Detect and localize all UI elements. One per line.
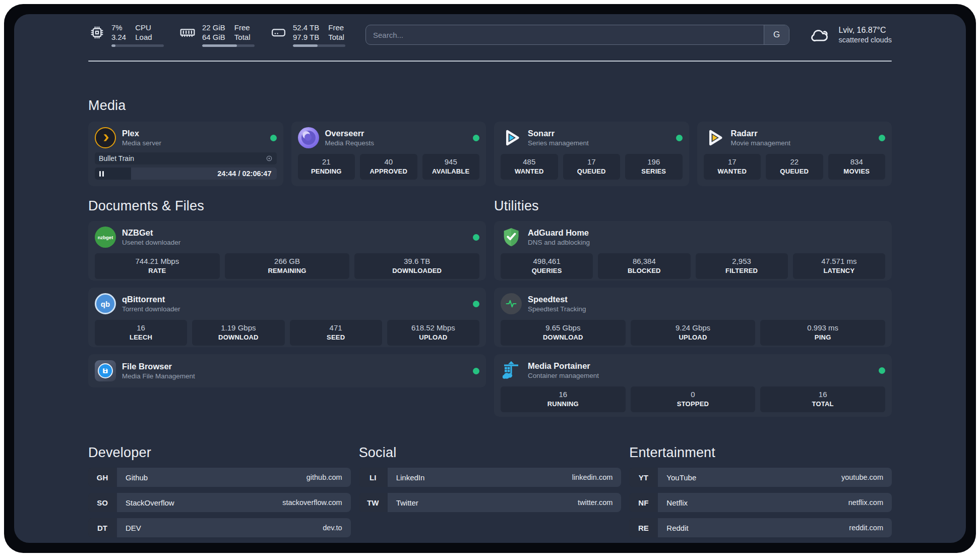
app-card-radarr[interactable]: Radarr Movie management 17 WANTED 22 QUE… <box>697 122 892 186</box>
cpu-icon <box>88 24 105 41</box>
status-dot <box>473 135 479 141</box>
stat-tile: 86,384 BLOCKED <box>598 253 690 279</box>
bookmark-netflix[interactable]: NF Netflix netflix.com <box>629 493 892 512</box>
bookmark-url: linkedin.com <box>572 473 613 481</box>
window-frame: 7% 3.24 CPU Load <box>4 4 976 553</box>
bookmark-name: LinkedIn <box>396 473 425 482</box>
bookmark-name: DEV <box>126 524 141 532</box>
plex-icon <box>95 127 116 148</box>
status-dot <box>879 135 885 141</box>
session-options-icon[interactable] <box>265 154 274 163</box>
bookmark-youtube[interactable]: YT YouTube youtube.com <box>629 468 892 487</box>
section-title-media: Media <box>88 98 892 114</box>
status-dot <box>270 135 277 141</box>
stat-tile: 618.52 Mbps UPLOAD <box>387 320 479 346</box>
bookmark-url: github.com <box>307 473 342 481</box>
weather-condition: scattered clouds <box>838 35 892 45</box>
bookmark-dev[interactable]: DT DEV dev.to <box>88 518 351 537</box>
app-card-portainer[interactable]: Media Portainer Container management 16 … <box>494 354 892 417</box>
dashboard: 7% 3.24 CPU Load <box>14 14 966 543</box>
ram-stat: 22 GiB 64 GiB Free Total <box>179 23 255 47</box>
stat-tile: 16 RUNNING <box>501 386 626 412</box>
app-card-plex[interactable]: Plex Media server Bullet Train 24:44 / 0… <box>88 122 283 186</box>
portainer-icon <box>501 360 522 381</box>
utilities-column: Utilities AdGuard Home <box>494 198 892 417</box>
stat-tile: 21 PENDING <box>298 154 355 180</box>
section-title-utilities: Utilities <box>494 198 892 214</box>
app-title: Speedtest <box>528 294 586 305</box>
disk-values: 52.4 TB 97.9 TB <box>293 23 319 42</box>
bookmark-name: StackOverflow <box>126 498 174 507</box>
stat-tile: 47.571 ms LATENCY <box>793 253 885 279</box>
bookmark-url: netflix.com <box>848 498 883 507</box>
bookmark-abbr: DT <box>88 518 116 537</box>
app-card-sonarr[interactable]: Sonarr Series management 485 WANTED 17 Q… <box>494 122 689 186</box>
overseerr-icon <box>298 127 319 148</box>
app-card-qbittorrent[interactable]: qb qBittorrent Torrent downloader 16 LEE… <box>88 288 486 347</box>
cpu-progressbar <box>111 44 164 47</box>
documents-column: Documents & Files nzbget NZBGet Usenet d… <box>88 198 486 387</box>
stat-tile: 16 TOTAL <box>760 386 885 412</box>
stat-tile: 2,953 FILTERED <box>696 253 788 279</box>
stat-tile: 498,461 QUERIES <box>501 253 593 279</box>
search-input[interactable] <box>365 25 789 45</box>
ram-progressbar <box>202 44 255 47</box>
stat-tile: 0.993 ms PING <box>760 320 885 346</box>
app-title: NZBGet <box>122 228 180 238</box>
bookmark-url: stackoverflow.com <box>282 498 342 507</box>
system-stats: 7% 3.24 CPU Load <box>88 23 345 47</box>
stat-tile: 16 LEECH <box>95 320 187 346</box>
status-dot <box>473 234 479 241</box>
section-title-entertainment: Entertainment <box>629 445 892 461</box>
bookmark-name: Netflix <box>666 498 688 507</box>
bookmark-twitter[interactable]: TW Twitter twitter.com <box>359 493 622 512</box>
app-card-nzbget[interactable]: nzbget NZBGet Usenet downloader 744.21 M… <box>88 221 486 281</box>
ram-icon <box>179 24 196 41</box>
now-playing-title: Bullet Train <box>99 154 134 162</box>
disk-stat: 52.4 TB 97.9 TB Free Total <box>270 23 345 47</box>
bookmark-github[interactable]: GH Github github.com <box>88 468 351 487</box>
media-grid: Plex Media server Bullet Train 24:44 / 0… <box>88 122 892 186</box>
qbittorrent-icon: qb <box>95 293 116 314</box>
cloud-icon <box>809 24 832 45</box>
stat-tile: 17 WANTED <box>704 154 761 180</box>
stat-tile: 22 QUEUED <box>766 154 823 180</box>
app-subtitle: Media Requests <box>325 139 375 147</box>
app-card-adguard[interactable]: AdGuard Home DNS and adblocking 498,461 … <box>494 221 892 281</box>
app-title: File Browser <box>122 361 195 372</box>
filebrowser-icon <box>95 360 116 381</box>
nzbget-icon: nzbget <box>95 227 116 248</box>
section-title-social: Social <box>359 445 622 461</box>
pause-icon[interactable] <box>99 171 104 177</box>
bookmark-url: dev.to <box>323 524 342 532</box>
app-subtitle: Container management <box>528 371 599 380</box>
stat-tile: 0 STOPPED <box>631 386 756 412</box>
bookmark-linkedin[interactable]: LI LinkedIn linkedin.com <box>359 468 622 487</box>
bookmark-stackoverflow[interactable]: SO StackOverflow stackoverflow.com <box>88 493 351 512</box>
app-card-speedtest[interactable]: Speedtest Speedtest Tracking 9.65 Gbps D… <box>494 288 892 347</box>
stat-tile: 40 APPROVED <box>360 154 417 180</box>
app-title: Media Portainer <box>528 361 599 371</box>
app-subtitle: Torrent downloader <box>122 305 180 313</box>
search-provider-button[interactable]: G <box>764 25 789 44</box>
bookmark-url: twitter.com <box>578 498 612 507</box>
app-card-overseerr[interactable]: Overseerr Media Requests 21 PENDING 40 A… <box>291 122 486 186</box>
bookmark-abbr: GH <box>88 468 116 487</box>
topbar-divider <box>88 61 892 62</box>
stat-tile: 9.65 Gbps DOWNLOAD <box>501 320 626 346</box>
cpu-values: 7% 3.24 <box>111 23 126 42</box>
search-bar: G <box>365 25 789 45</box>
bookmark-name: YouTube <box>666 473 696 482</box>
status-dot <box>879 367 885 374</box>
app-subtitle: Movie management <box>731 139 791 147</box>
bookmark-name: Github <box>126 473 148 482</box>
bookmark-abbr: LI <box>359 468 387 487</box>
app-subtitle: DNS and adblocking <box>528 238 590 247</box>
status-dot <box>473 368 479 374</box>
stat-tile: 9.24 Gbps UPLOAD <box>631 320 756 346</box>
status-dot <box>473 301 479 307</box>
stat-tile: 834 MOVIES <box>828 154 886 180</box>
app-card-filebrowser[interactable]: File Browser Media File Management <box>88 354 486 387</box>
bookmark-reddit[interactable]: RE Reddit reddit.com <box>629 518 892 537</box>
weather-location: Lviv, 16.87°C <box>838 25 892 35</box>
